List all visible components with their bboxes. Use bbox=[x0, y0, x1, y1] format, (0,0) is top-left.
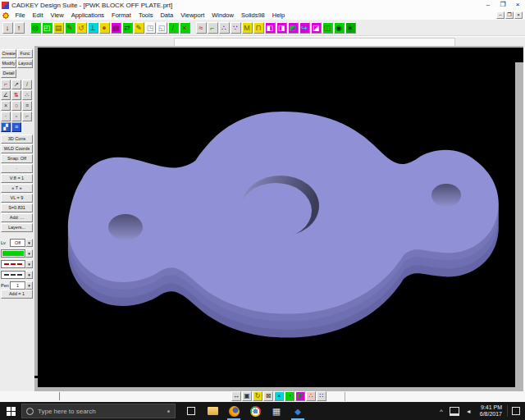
select-scribble-icon[interactable]: ≈ bbox=[196, 22, 207, 34]
action-center-icon[interactable] bbox=[512, 407, 520, 415]
measure-icon[interactable]: ⊥ bbox=[88, 22, 98, 34]
menu-item-viewport[interactable]: Viewport bbox=[177, 11, 208, 19]
menu-item-data[interactable]: Data bbox=[157, 11, 177, 19]
network-icon[interactable] bbox=[450, 407, 459, 416]
cplane-button[interactable]: VL = 9 bbox=[1, 194, 33, 203]
delete-icon[interactable]: × bbox=[274, 391, 284, 401]
scroll-down-icon[interactable]: ↓ bbox=[2, 22, 13, 34]
level-dropdown-arrow-icon[interactable]: ▾ bbox=[25, 239, 33, 247]
coords-button[interactable]: WLD Coords bbox=[1, 144, 33, 153]
taskbar-clock[interactable]: 9:41 PM 6/8/2017 bbox=[480, 404, 502, 418]
pen-dropdown-arrow-icon[interactable]: ▾ bbox=[25, 281, 33, 290]
sketch-tool-icon-7[interactable]: × bbox=[1, 101, 11, 111]
scroll-up-icon[interactable]: ↑ bbox=[14, 22, 25, 34]
cube-verify-icon[interactable]: ◫ bbox=[322, 22, 333, 34]
layers-button[interactable]: Layers... bbox=[1, 223, 33, 232]
sketch-tool-icon-9[interactable]: ≡ bbox=[22, 101, 32, 111]
menu-item-tools[interactable]: Tools bbox=[135, 11, 157, 19]
cube-rotate-icon[interactable]: ◨ bbox=[276, 22, 287, 34]
spray-icon[interactable]: ∗ bbox=[345, 22, 356, 34]
sketch-tool-icon-2[interactable]: ↗ bbox=[11, 80, 21, 89]
cube-color-icon[interactable]: ◩ bbox=[288, 22, 299, 34]
maximize-button[interactable]: ❐ bbox=[498, 1, 508, 9]
menu-item-edit[interactable]: Edit bbox=[29, 11, 47, 19]
pencil-icon[interactable]: ✎ bbox=[134, 22, 144, 34]
color-dropdown[interactable] bbox=[1, 249, 25, 258]
sketch-tool-icon-5[interactable]: ⇅ bbox=[11, 90, 21, 100]
erase-icon[interactable]: × bbox=[180, 22, 190, 34]
file-explorer-icon[interactable] bbox=[202, 402, 223, 420]
palette-layout-button[interactable]: Layout bbox=[17, 59, 33, 68]
firefox-icon[interactable] bbox=[223, 402, 244, 420]
lock-icon[interactable]: ⊓ bbox=[253, 22, 264, 34]
view-number-button[interactable]: V:8 = 1 bbox=[1, 174, 33, 183]
speaker-icon[interactable]: ◄ bbox=[466, 409, 472, 414]
palette-create-button[interactable]: Create bbox=[1, 49, 16, 58]
calculator-icon[interactable]: ▦ bbox=[266, 402, 287, 420]
palette-modify-button[interactable]: Modify bbox=[1, 59, 16, 68]
linetype-dropdown[interactable] bbox=[1, 260, 25, 268]
palette-func-button[interactable]: Func bbox=[17, 49, 33, 58]
add-mode-button[interactable]: Add: ... bbox=[1, 213, 33, 222]
sketch-tool-icon-10[interactable]: · bbox=[1, 112, 11, 121]
cadkey-taskbar-icon[interactable]: ◆ bbox=[287, 402, 308, 420]
sketch-tool-icon-6[interactable]: ∴ bbox=[22, 90, 32, 100]
linetype-dropdown-arrow-icon[interactable]: ▾ bbox=[25, 260, 33, 268]
menu-item-file[interactable]: File bbox=[11, 11, 29, 19]
view-control-icon[interactable]: ◎ bbox=[30, 22, 41, 34]
pan-icon[interactable]: ↔ bbox=[231, 391, 241, 401]
mdi-close-button[interactable]: × bbox=[514, 11, 523, 19]
add-button[interactable]: Add = 1 bbox=[1, 290, 33, 299]
drawing-viewport[interactable] bbox=[38, 48, 515, 387]
scale-button[interactable]: S=0.831 bbox=[1, 203, 33, 212]
swoosh-icon[interactable]: ↪ bbox=[299, 22, 310, 34]
dashes-icon[interactable]: ∷ bbox=[317, 391, 326, 401]
sketch-tool-icon-12[interactable]: ⌐ bbox=[22, 112, 32, 121]
open-file-icon[interactable]: ◰ bbox=[42, 22, 52, 34]
clock-icon[interactable]: ◔ bbox=[285, 391, 294, 401]
taskbar-search-input[interactable]: Type here to search bbox=[21, 404, 176, 418]
points-b-icon[interactable]: ∵ bbox=[231, 22, 241, 34]
pen-value[interactable]: 1 bbox=[10, 281, 25, 290]
menu-item-format[interactable]: Format bbox=[108, 11, 135, 19]
sketch-tool-icon-14[interactable]: ≡ bbox=[11, 122, 21, 132]
task-view-icon[interactable] bbox=[180, 402, 202, 420]
redraw-icon[interactable]: ↻ bbox=[253, 391, 262, 401]
menu-item-solids98[interactable]: Solids98 bbox=[237, 11, 268, 19]
window-fit-icon[interactable]: ▣ bbox=[242, 391, 252, 401]
level-value[interactable]: Off bbox=[10, 239, 25, 247]
menu-item-applications[interactable]: Applications bbox=[67, 11, 107, 19]
palette-detail-button[interactable]: Detail bbox=[1, 69, 16, 78]
sketch-tool-icon-4[interactable]: ∠ bbox=[1, 90, 11, 100]
cube-wire-icon[interactable]: ◧ bbox=[265, 22, 276, 34]
blank-button[interactable]: · bbox=[1, 164, 33, 173]
color-dropdown-arrow-icon[interactable]: ▾ bbox=[25, 249, 33, 258]
menu-item-view[interactable]: View bbox=[47, 11, 67, 19]
sketch-tool-icon-8[interactable]: ○ bbox=[11, 101, 21, 111]
linewidth-dropdown-arrow-icon[interactable]: ▾ bbox=[25, 271, 33, 279]
hatch-icon[interactable]: ▨ bbox=[111, 22, 121, 34]
mdi-restore-button[interactable]: ❐ bbox=[505, 11, 514, 19]
points-icon[interactable]: ∴ bbox=[306, 391, 316, 401]
tray-expand-icon[interactable]: ^ bbox=[440, 408, 443, 415]
start-button[interactable] bbox=[0, 402, 21, 420]
menu-item-help[interactable]: Help bbox=[268, 11, 288, 19]
pen-plot-icon[interactable]: / bbox=[168, 22, 179, 34]
mask-icon[interactable]: M bbox=[242, 22, 253, 34]
block-off-plate-part[interactable] bbox=[68, 112, 499, 338]
sketch-tool-icon-11[interactable]: ▫ bbox=[11, 112, 21, 121]
redline-icon[interactable]: ✎ bbox=[65, 22, 75, 34]
sketch-tool-icon-13[interactable]: ▞ bbox=[1, 122, 11, 132]
minimize-button[interactable]: – bbox=[483, 1, 493, 9]
close-button[interactable]: × bbox=[513, 1, 523, 9]
corner-snap-icon[interactable]: ⌐ bbox=[208, 22, 218, 34]
cube-solid-icon[interactable]: ◪ bbox=[311, 22, 322, 34]
paint-bucket-icon[interactable]: ◳ bbox=[145, 22, 156, 34]
view-step-button[interactable]: « T » bbox=[1, 184, 33, 193]
update-icon[interactable]: ⇄ bbox=[122, 22, 133, 34]
linewidth-dropdown[interactable] bbox=[1, 271, 25, 279]
zoom-extents-icon[interactable]: ⊠ bbox=[263, 391, 273, 401]
mouse-icon[interactable]: ◉ bbox=[334, 22, 345, 34]
points-a-icon[interactable]: ∴ bbox=[219, 22, 230, 34]
sketch-tool-icon-3[interactable]: / bbox=[22, 80, 32, 89]
